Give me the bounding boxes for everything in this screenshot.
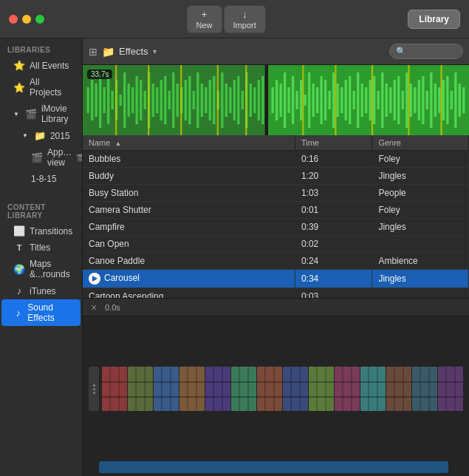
svg-rect-162 [386,396,411,398]
toolbar: + New ↓ Import [187,5,266,33]
video-frame [335,367,360,411]
close-button[interactable] [9,15,18,24]
video-frame [128,367,153,411]
svg-rect-71 [349,76,351,124]
song-name: Cartoon Ascending [89,291,163,298]
video-frame [179,367,205,411]
table-row[interactable]: Campfire0:39Jingles [83,219,469,236]
song-name: Campfire [89,222,125,232]
clip-indicator: 🎬 [76,154,83,162]
svg-rect-11 [120,95,122,106]
sidebar-item-all-events[interactable]: ⭐ All Events [1,57,81,74]
table-row[interactable]: Cartoon Ascending0:03 [83,288,469,299]
sidebar-item-transitions[interactable]: ⬜ Transitions [1,222,81,239]
svg-rect-116 [154,381,179,383]
svg-rect-52 [271,87,273,113]
song-genre-cell: Foley [372,151,469,168]
song-genre-cell: Jingles [372,168,469,185]
svg-rect-9 [112,91,114,109]
table-row[interactable]: Canoe Paddle0:24Ambience [83,253,469,270]
svg-rect-171 [438,381,463,383]
sidebar-item-maps-rounds[interactable]: 🌍 Maps &...rounds [1,256,81,282]
svg-rect-125 [205,367,230,411]
svg-rect-101 [335,65,336,135]
sidebar-item-itunes[interactable]: ♪ iTunes [1,282,81,299]
svg-rect-129 [222,367,223,411]
svg-rect-165 [412,367,437,411]
layout-toggle-icon[interactable]: ⊞ [89,46,97,58]
table-row[interactable]: Buddy1:20Jingles [83,168,469,185]
play-button[interactable] [89,273,100,285]
svg-rect-31 [201,84,203,117]
svg-rect-153 [342,367,343,411]
search-icon: 🔍 [396,47,406,56]
track-handle [89,367,99,411]
new-icon: + [202,9,208,20]
timeline-timecode: 0.0s [105,303,120,312]
timeline-header: × 0.0s [83,299,469,316]
svg-rect-172 [438,396,463,398]
table-row[interactable]: Busy Station1:03People [83,185,469,202]
import-button[interactable]: ↓ Import [224,5,266,33]
svg-rect-145 [309,367,334,411]
svg-rect-115 [154,367,179,411]
svg-rect-29 [193,91,195,109]
svg-rect-106 [102,381,127,383]
svg-rect-121 [179,381,205,383]
svg-rect-37 [225,84,227,117]
table-header-row: Name ▲ Time Genre [83,135,469,151]
table-row[interactable]: Can Open0:02 [83,236,469,253]
song-name-cell: Bubbles [83,151,295,168]
sidebar-item-app-view[interactable]: 🎬 App…view 🎬 [1,144,81,171]
svg-rect-66 [329,91,331,109]
libraries-section-label: LIBRARIES [0,38,82,57]
video-frame [360,367,386,411]
svg-rect-148 [316,367,318,411]
time-column-header[interactable]: Time [295,135,372,151]
song-name-cell: Camera Shutter [83,202,295,219]
timeline-close-button[interactable]: × [89,302,99,313]
svg-rect-47 [115,65,117,135]
svg-rect-94 [442,80,445,120]
effects-title: Effects [119,46,148,57]
name-column-header[interactable]: Name ▲ [83,135,295,151]
search-box[interactable]: 🔍 [389,44,463,59]
svg-rect-64 [321,76,323,124]
song-name-cell: Can Open [83,236,295,253]
sidebar-item-titles[interactable]: T Titles [1,239,81,256]
table-row[interactable]: Bubbles0:16Foley [83,151,469,168]
table-row[interactable]: Carousel0:34Jingles [83,270,469,288]
sidebar-item-sound-effects[interactable]: ♪ Sound Effects [1,299,81,326]
song-name: Buddy [89,171,114,181]
effects-bar: ⊞ 📁 Effects ▾ 🔍 [83,38,469,65]
table-row[interactable]: Camera Shutter0:01Foley [83,202,469,219]
sidebar-item-2015[interactable]: ▼ 📁 2015 [1,127,81,144]
svg-rect-33 [209,80,211,120]
svg-rect-5 [95,84,97,117]
minimize-button[interactable] [22,15,31,24]
sidebar-item-date[interactable]: 1-8-15 [1,171,81,187]
svg-rect-78 [377,91,380,109]
svg-rect-95 [446,76,448,124]
svg-rect-25 [177,84,179,117]
svg-rect-7 [103,87,106,113]
svg-rect-120 [179,367,205,411]
svg-rect-109 [118,367,120,411]
maximize-button[interactable] [35,15,44,24]
genre-column-header[interactable]: Genre [372,135,469,151]
library-button[interactable]: Library [408,10,460,29]
song-time-cell: 0:01 [295,202,372,219]
sidebar-item-imovie-library[interactable]: ▼ 🎬 iMovie Library [1,101,81,127]
svg-rect-155 [360,367,386,411]
svg-rect-89 [422,76,424,124]
svg-rect-15 [136,76,138,124]
song-genre-cell: People [372,185,469,202]
video-frame [231,367,256,411]
svg-rect-108 [109,367,111,411]
svg-rect-23 [168,91,171,109]
svg-rect-56 [287,87,290,113]
svg-rect-68 [337,84,339,117]
svg-rect-14 [131,87,134,113]
new-button[interactable]: + New [187,5,222,33]
sidebar-item-all-projects[interactable]: ⭐ All Projects [1,74,81,101]
